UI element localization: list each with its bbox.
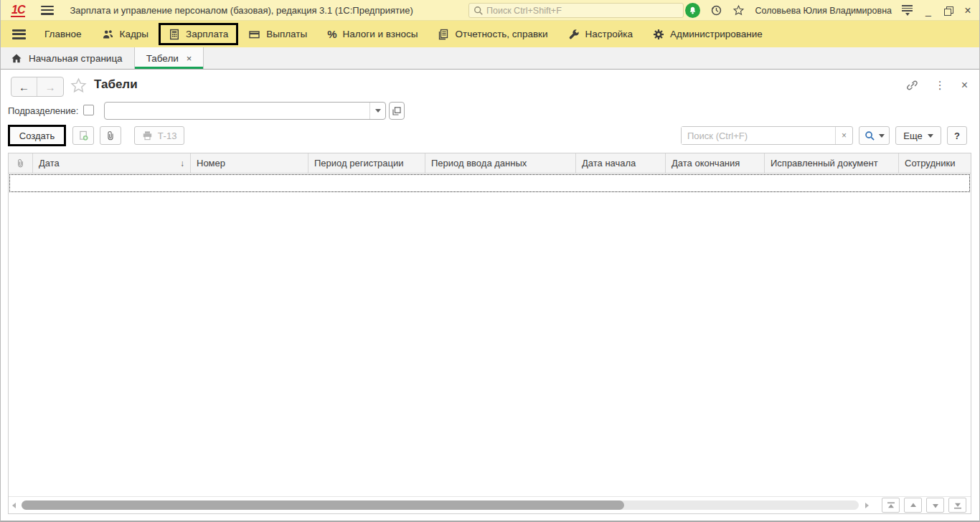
- chevron-down-icon: [375, 109, 381, 113]
- close-form-icon[interactable]: ×: [961, 80, 968, 90]
- add-to-favorites-star-icon[interactable]: [70, 77, 88, 95]
- search-icon: [473, 6, 484, 16]
- card-icon: [248, 29, 260, 40]
- column-label: Период ввода данных: [431, 158, 527, 169]
- search-icon: [864, 130, 875, 141]
- home-icon: [11, 53, 22, 64]
- chevron-down-icon: [879, 134, 885, 138]
- percent-icon: %: [327, 28, 336, 40]
- clear-search-icon[interactable]: ×: [835, 127, 852, 144]
- more-label: Еще: [903, 130, 922, 141]
- service-menu-icon[interactable]: [902, 5, 913, 16]
- minimize-button[interactable]: _: [923, 5, 934, 16]
- go-last-button[interactable]: [948, 498, 966, 513]
- documents-table: Дата ↓ Номер Период регистрации Период в…: [8, 153, 971, 514]
- department-input[interactable]: [105, 103, 369, 119]
- back-button[interactable]: ←: [11, 77, 37, 96]
- tab-close-icon[interactable]: ×: [187, 53, 192, 64]
- sort-descending-icon: ↓: [180, 158, 184, 169]
- search-settings-button[interactable]: [859, 126, 890, 145]
- 1c-logo-icon: 1С: [11, 4, 25, 17]
- section-administrirovanie[interactable]: Администрирование: [643, 23, 773, 45]
- get-link-icon[interactable]: [905, 79, 919, 92]
- attachment-column-header[interactable]: [9, 153, 33, 173]
- attachments-button[interactable]: [100, 126, 121, 145]
- department-open-button[interactable]: [389, 102, 405, 120]
- close-window-button[interactable]: ×: [962, 5, 974, 16]
- history-icon[interactable]: [710, 4, 722, 16]
- column-header-end-date[interactable]: Дата окончания: [666, 153, 765, 173]
- main-menu-icon[interactable]: [41, 6, 54, 15]
- section-nastroyka[interactable]: Настройка: [558, 23, 643, 45]
- column-header-date[interactable]: Дата ↓: [33, 153, 191, 173]
- column-label: Номер: [197, 158, 225, 169]
- horizontal-scrollbar[interactable]: [22, 500, 859, 510]
- column-header-start-date[interactable]: Дата начала: [576, 153, 666, 173]
- column-label: Исправленный документ: [771, 158, 878, 169]
- calculator-icon: [169, 29, 180, 40]
- column-label: Дата окончания: [672, 158, 740, 169]
- restore-window-button[interactable]: [944, 6, 952, 14]
- printer-icon: [142, 130, 153, 141]
- help-button[interactable]: ?: [947, 126, 967, 145]
- sections-panel: Главное Кадры Зарплата Выплаты % Налоги …: [1, 21, 979, 47]
- department-checkbox[interactable]: [83, 105, 94, 115]
- more-button[interactable]: Еще: [895, 126, 941, 145]
- table-footer: [9, 496, 971, 513]
- go-previous-button[interactable]: [904, 498, 922, 513]
- tab-tabeli[interactable]: Табели ×: [134, 47, 204, 69]
- table-header-row: Дата ↓ Номер Период регистрации Период в…: [9, 153, 971, 174]
- favorites-star-icon[interactable]: [732, 4, 745, 16]
- user-name[interactable]: Соловьева Юлия Владимировна: [755, 6, 892, 16]
- copy-document-button[interactable]: [72, 126, 94, 145]
- go-next-button[interactable]: [926, 498, 944, 513]
- scroll-right-icon[interactable]: [862, 503, 872, 508]
- notifications-bell-icon[interactable]: [685, 3, 700, 18]
- section-label: Настройка: [585, 29, 633, 39]
- functions-menu-icon[interactable]: [12, 29, 26, 39]
- open-windows-tabbar: Начальная страница Табели ×: [1, 47, 979, 70]
- app-title: Зарплата и управление персоналом (базова…: [70, 5, 413, 16]
- column-header-number[interactable]: Номер: [191, 153, 308, 173]
- department-dropdown-button[interactable]: [369, 103, 385, 119]
- more-actions-dots-icon[interactable]: ⋮: [935, 80, 946, 90]
- list-search-input[interactable]: [682, 127, 835, 144]
- current-row-cursor: [9, 174, 970, 192]
- people-icon: [102, 29, 114, 40]
- column-header-corrected-doc[interactable]: Исправленный документ: [765, 153, 899, 173]
- column-header-reg-period[interactable]: Период регистрации: [308, 153, 425, 173]
- tab-home[interactable]: Начальная страница: [1, 47, 134, 69]
- scroll-left-icon[interactable]: [9, 503, 19, 508]
- global-search-input[interactable]: [486, 6, 683, 16]
- print-t13-button[interactable]: Т-13: [134, 126, 184, 145]
- section-otchetnost[interactable]: Отчетность, справки: [428, 23, 557, 45]
- create-button[interactable]: Создать: [8, 125, 66, 146]
- section-label: Отчетность, справки: [455, 29, 547, 39]
- section-glavnoe[interactable]: Главное: [34, 23, 92, 45]
- section-kadry[interactable]: Кадры: [92, 23, 159, 45]
- report-icon: [438, 29, 449, 40]
- column-label: Дата начала: [582, 158, 636, 169]
- record-navigation-buttons: [882, 498, 966, 513]
- column-header-employees[interactable]: Сотрудники: [899, 153, 971, 173]
- section-vyplaty[interactable]: Выплаты: [238, 23, 317, 45]
- section-label: Администрирование: [670, 29, 763, 39]
- department-label: Подразделение:: [8, 105, 78, 116]
- list-search-box[interactable]: ×: [681, 126, 853, 145]
- go-first-button[interactable]: [882, 498, 900, 513]
- column-label: Период регистрации: [314, 158, 404, 169]
- department-field[interactable]: [104, 102, 386, 120]
- column-header-entry-period[interactable]: Период ввода данных: [425, 153, 576, 173]
- section-label: Кадры: [120, 29, 149, 39]
- section-nalogi[interactable]: % Налоги и взносы: [317, 23, 428, 45]
- form-header-icons: ⋮ ×: [905, 79, 968, 92]
- scrollbar-thumb[interactable]: [22, 500, 624, 510]
- tab-label: Начальная страница: [29, 53, 123, 64]
- column-label: Сотрудники: [905, 158, 955, 169]
- global-search-box[interactable]: [468, 3, 684, 18]
- section-label: Налоги и взносы: [343, 29, 418, 39]
- forward-button[interactable]: →: [37, 77, 63, 96]
- title-bar: 1С Зарплата и управление персоналом (баз…: [1, 0, 979, 21]
- section-zarplata[interactable]: Зарплата: [159, 23, 238, 45]
- wrench-icon: [568, 29, 580, 40]
